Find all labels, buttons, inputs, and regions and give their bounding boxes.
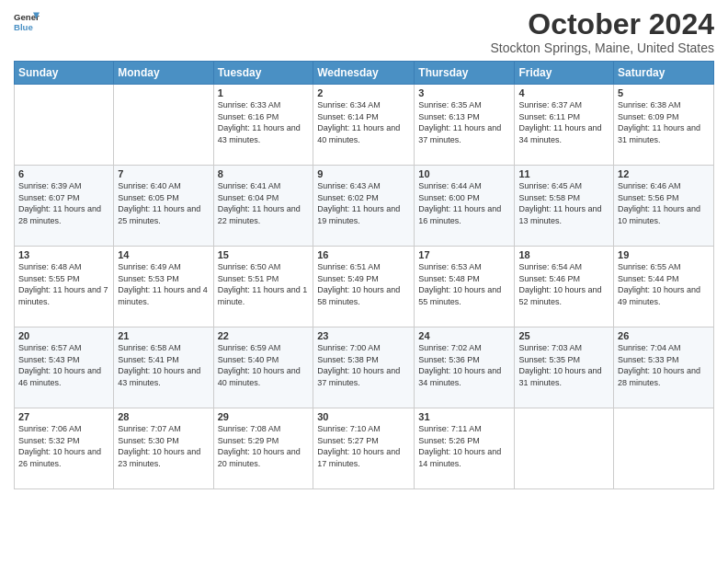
calendar-cell: 21Sunrise: 6:58 AM Sunset: 5:41 PM Dayli… — [114, 327, 213, 408]
day-number: 18 — [518, 249, 609, 260]
day-number: 4 — [518, 87, 609, 98]
day-info: Sunrise: 6:33 AM Sunset: 6:16 PM Dayligh… — [218, 99, 310, 145]
calendar-cell: 29Sunrise: 7:08 AM Sunset: 5:29 PM Dayli… — [213, 408, 313, 489]
day-info: Sunrise: 7:04 AM Sunset: 5:33 PM Dayligh… — [618, 342, 710, 388]
calendar-cell: 20Sunrise: 6:57 AM Sunset: 5:43 PM Dayli… — [15, 327, 114, 408]
day-number: 22 — [218, 330, 310, 341]
calendar-cell: 9Sunrise: 6:43 AM Sunset: 6:02 PM Daylig… — [313, 166, 415, 247]
day-info: Sunrise: 7:10 AM Sunset: 5:27 PM Dayligh… — [317, 423, 410, 469]
calendar-cell: 24Sunrise: 7:02 AM Sunset: 5:36 PM Dayli… — [415, 327, 515, 408]
calendar-cell: 10Sunrise: 6:44 AM Sunset: 6:00 PM Dayli… — [415, 166, 515, 247]
day-number: 15 — [218, 249, 310, 260]
day-number: 5 — [618, 87, 710, 98]
day-info: Sunrise: 6:58 AM Sunset: 5:41 PM Dayligh… — [118, 342, 209, 388]
calendar-header: Sunday Monday Tuesday Wednesday Thursday… — [15, 62, 714, 85]
calendar-cell: 30Sunrise: 7:10 AM Sunset: 5:27 PM Dayli… — [313, 408, 415, 489]
day-info: Sunrise: 7:03 AM Sunset: 5:35 PM Dayligh… — [518, 342, 609, 388]
calendar-cell: 23Sunrise: 7:00 AM Sunset: 5:38 PM Dayli… — [313, 327, 415, 408]
day-info: Sunrise: 6:39 AM Sunset: 6:07 PM Dayligh… — [18, 180, 109, 226]
svg-text:Blue: Blue — [14, 22, 33, 32]
calendar-cell — [515, 408, 614, 489]
calendar-cell: 11Sunrise: 6:45 AM Sunset: 5:58 PM Dayli… — [515, 166, 614, 247]
day-info: Sunrise: 6:46 AM Sunset: 5:56 PM Dayligh… — [618, 180, 710, 226]
day-number: 14 — [118, 249, 209, 260]
day-info: Sunrise: 6:35 AM Sunset: 6:13 PM Dayligh… — [418, 99, 510, 145]
calendar-week-0: 1Sunrise: 6:33 AM Sunset: 6:16 PM Daylig… — [15, 85, 714, 166]
calendar-cell: 12Sunrise: 6:46 AM Sunset: 5:56 PM Dayli… — [614, 166, 714, 247]
calendar-cell: 28Sunrise: 7:07 AM Sunset: 5:30 PM Dayli… — [114, 408, 213, 489]
calendar-cell: 27Sunrise: 7:06 AM Sunset: 5:32 PM Dayli… — [15, 408, 114, 489]
calendar-cell: 26Sunrise: 7:04 AM Sunset: 5:33 PM Dayli… — [614, 327, 714, 408]
header: General Blue October 2024 Stockton Sprin… — [14, 9, 714, 55]
calendar-cell: 15Sunrise: 6:50 AM Sunset: 5:51 PM Dayli… — [213, 247, 313, 327]
page: General Blue October 2024 Stockton Sprin… — [0, 0, 728, 563]
logo: General Blue — [14, 9, 40, 35]
day-info: Sunrise: 7:08 AM Sunset: 5:29 PM Dayligh… — [218, 423, 310, 469]
day-info: Sunrise: 6:54 AM Sunset: 5:46 PM Dayligh… — [518, 261, 609, 307]
day-info: Sunrise: 6:48 AM Sunset: 5:55 PM Dayligh… — [18, 261, 109, 307]
calendar-cell: 16Sunrise: 6:51 AM Sunset: 5:49 PM Dayli… — [313, 247, 415, 327]
calendar-cell: 19Sunrise: 6:55 AM Sunset: 5:44 PM Dayli… — [614, 247, 714, 327]
calendar-cell: 8Sunrise: 6:41 AM Sunset: 6:04 PM Daylig… — [213, 166, 313, 247]
day-number: 9 — [317, 168, 410, 179]
day-number: 20 — [18, 330, 109, 341]
calendar-cell — [15, 85, 114, 166]
day-number: 12 — [618, 168, 710, 179]
day-info: Sunrise: 6:34 AM Sunset: 6:14 PM Dayligh… — [317, 99, 410, 145]
calendar-cell: 4Sunrise: 6:37 AM Sunset: 6:11 PM Daylig… — [515, 85, 614, 166]
calendar-cell: 1Sunrise: 6:33 AM Sunset: 6:16 PM Daylig… — [213, 85, 313, 166]
calendar-cell: 6Sunrise: 6:39 AM Sunset: 6:07 PM Daylig… — [15, 166, 114, 247]
day-number: 16 — [317, 249, 410, 260]
calendar-week-4: 27Sunrise: 7:06 AM Sunset: 5:32 PM Dayli… — [15, 408, 714, 489]
day-number: 29 — [218, 411, 310, 422]
header-row: Sunday Monday Tuesday Wednesday Thursday… — [15, 62, 714, 85]
day-number: 27 — [18, 411, 109, 422]
day-info: Sunrise: 6:53 AM Sunset: 5:48 PM Dayligh… — [418, 261, 510, 307]
day-info: Sunrise: 6:57 AM Sunset: 5:43 PM Dayligh… — [18, 342, 109, 388]
day-info: Sunrise: 6:49 AM Sunset: 5:53 PM Dayligh… — [118, 261, 209, 307]
col-sunday: Sunday — [15, 62, 114, 85]
day-number: 1 — [218, 87, 310, 98]
day-number: 3 — [418, 87, 510, 98]
calendar-cell: 3Sunrise: 6:35 AM Sunset: 6:13 PM Daylig… — [415, 85, 515, 166]
day-info: Sunrise: 7:06 AM Sunset: 5:32 PM Dayligh… — [18, 423, 109, 469]
title-area: October 2024 Stockton Springs, Maine, Un… — [490, 9, 714, 55]
col-saturday: Saturday — [614, 62, 714, 85]
col-tuesday: Tuesday — [213, 62, 313, 85]
day-info: Sunrise: 6:50 AM Sunset: 5:51 PM Dayligh… — [218, 261, 310, 307]
day-number: 2 — [317, 87, 410, 98]
calendar-cell: 17Sunrise: 6:53 AM Sunset: 5:48 PM Dayli… — [415, 247, 515, 327]
day-number: 17 — [418, 249, 510, 260]
calendar-cell: 5Sunrise: 6:38 AM Sunset: 6:09 PM Daylig… — [614, 85, 714, 166]
day-number: 6 — [18, 168, 109, 179]
day-number: 24 — [418, 330, 510, 341]
calendar-cell — [114, 85, 213, 166]
col-wednesday: Wednesday — [313, 62, 415, 85]
day-info: Sunrise: 6:44 AM Sunset: 6:00 PM Dayligh… — [418, 180, 510, 226]
calendar-cell: 14Sunrise: 6:49 AM Sunset: 5:53 PM Dayli… — [114, 247, 213, 327]
calendar-cell: 18Sunrise: 6:54 AM Sunset: 5:46 PM Dayli… — [515, 247, 614, 327]
day-info: Sunrise: 6:38 AM Sunset: 6:09 PM Dayligh… — [618, 99, 710, 145]
day-number: 25 — [518, 330, 609, 341]
calendar-week-1: 6Sunrise: 6:39 AM Sunset: 6:07 PM Daylig… — [15, 166, 714, 247]
day-info: Sunrise: 6:51 AM Sunset: 5:49 PM Dayligh… — [317, 261, 410, 307]
col-monday: Monday — [114, 62, 213, 85]
day-number: 19 — [618, 249, 710, 260]
day-number: 26 — [618, 330, 710, 341]
day-info: Sunrise: 6:43 AM Sunset: 6:02 PM Dayligh… — [317, 180, 410, 226]
day-info: Sunrise: 7:02 AM Sunset: 5:36 PM Dayligh… — [418, 342, 510, 388]
day-number: 23 — [317, 330, 410, 341]
day-number: 13 — [18, 249, 109, 260]
logo-icon: General Blue — [14, 9, 40, 35]
calendar: Sunday Monday Tuesday Wednesday Thursday… — [14, 61, 714, 489]
calendar-week-3: 20Sunrise: 6:57 AM Sunset: 5:43 PM Dayli… — [15, 327, 714, 408]
month-title: October 2024 — [490, 9, 714, 39]
day-info: Sunrise: 6:45 AM Sunset: 5:58 PM Dayligh… — [518, 180, 609, 226]
day-info: Sunrise: 6:55 AM Sunset: 5:44 PM Dayligh… — [618, 261, 710, 307]
day-info: Sunrise: 7:11 AM Sunset: 5:26 PM Dayligh… — [418, 423, 510, 469]
calendar-cell: 7Sunrise: 6:40 AM Sunset: 6:05 PM Daylig… — [114, 166, 213, 247]
day-info: Sunrise: 7:00 AM Sunset: 5:38 PM Dayligh… — [317, 342, 410, 388]
day-number: 30 — [317, 411, 410, 422]
day-number: 28 — [118, 411, 209, 422]
day-number: 10 — [418, 168, 510, 179]
